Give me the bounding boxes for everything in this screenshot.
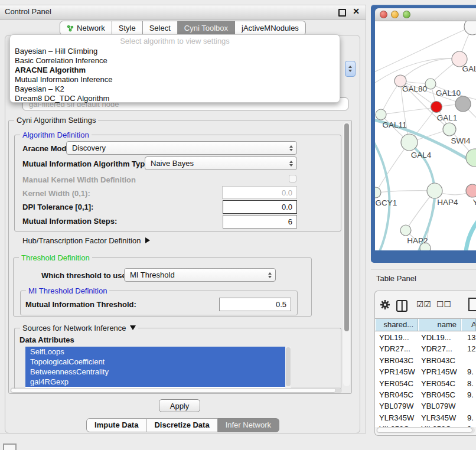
table-cell: YLR345W [375, 412, 420, 423]
algorithm-option-bayesian-k2[interactable]: Bayesian – K2 [10, 84, 340, 94]
select-all-columns-icon[interactable]: ☑☑ [416, 299, 431, 309]
dpi-tolerance-input[interactable] [223, 200, 297, 214]
combo-spinner-icon [289, 161, 293, 167]
tab-select[interactable]: Select [143, 21, 178, 35]
table-cell: YBR045C [375, 389, 420, 400]
algorithm-definition-group: Algorithm Definition Aracne Mode: Discov… [14, 135, 341, 231]
table-row[interactable]: YPR145WYPR145W9. [375, 366, 476, 377]
algorithm-option-mutual-information-inference[interactable]: Mutual Information Inference [10, 75, 340, 84]
close-window-button[interactable] [380, 11, 387, 18]
attribute-gal4rgexp[interactable]: gal4RGexp [25, 377, 285, 387]
network-node-y[interactable] [466, 184, 476, 197]
focused-combo-spinner[interactable] [345, 61, 356, 77]
tab-cyni-toolbox[interactable]: Cyni Toolbox [178, 21, 235, 35]
network-edge[interactable] [376, 191, 435, 193]
network-edge[interactable] [376, 142, 409, 193]
mi-algorithm-type-label: Mutual Information Algorithm Type: [22, 159, 152, 168]
split-columns-icon[interactable] [396, 300, 407, 312]
attributes-scrollbar[interactable] [285, 347, 291, 388]
tab-infer-network[interactable]: Infer Network [218, 418, 279, 432]
control-panel-titlebar[interactable]: Control Panel ✕ [0, 5, 366, 19]
table-cell: YER054C [420, 378, 465, 389]
scrollbar-thumb[interactable] [344, 123, 349, 331]
network-node[interactable] [455, 96, 471, 112]
float-panel-icon[interactable] [338, 9, 346, 17]
table-cell: YDL19... [375, 332, 420, 343]
node-label-hap4: HAP4 [437, 198, 458, 207]
algorithm-option-bayesian-hill-climbing[interactable]: Bayesian – Hill Climbing [10, 47, 340, 56]
deselect-all-columns-icon[interactable]: ☐☐ [436, 299, 451, 309]
data-attributes-list[interactable]: SelfLoopsTopologicalCoefficientBetweenne… [25, 347, 291, 388]
kernel-width-input[interactable] [222, 186, 297, 199]
tab-style[interactable]: Style [112, 21, 143, 35]
network-node-gcy1[interactable] [375, 187, 381, 198]
table-row[interactable]: YBL079WYBL079W [375, 400, 476, 412]
minimized-panel-icon[interactable] [3, 444, 17, 450]
hub-definition-expander[interactable]: Hub/Transcription Factor Definition [22, 236, 150, 245]
minimize-window-button[interactable] [391, 11, 399, 18]
network-window-titlebar[interactable] [375, 8, 476, 21]
table-row[interactable]: YDR27...YDR27...12 [375, 343, 476, 354]
attribute-topologicalcoefficient[interactable]: TopologicalCoefficient [25, 357, 285, 367]
scrollbar-thumb[interactable] [286, 347, 291, 386]
tab-discretize-data[interactable]: Discretize Data [146, 418, 217, 432]
table-row[interactable]: YBR045CYBR045C9. [375, 389, 476, 400]
node-label-y: Y [472, 198, 476, 207]
node-label-gal: GAL [462, 64, 476, 73]
settings-vertical-scrollbar[interactable] [343, 122, 350, 386]
network-edge[interactable] [381, 107, 436, 115]
network-view-window[interactable]: GALGAL80GAL10GAL1GAL11SWI4GAL4GCY1HAP4YH… [371, 5, 476, 263]
network-edge[interactable] [400, 58, 459, 81]
network-edge[interactable] [375, 58, 459, 85]
table-cell [465, 355, 476, 366]
table-row[interactable]: YER054CYER054C8. [375, 378, 476, 389]
mi-algorithm-type-select[interactable]: Naive Bayes [145, 156, 297, 170]
sources-group-title[interactable]: Sources for Network Inference [20, 324, 138, 332]
network-node-gal1[interactable] [443, 123, 456, 136]
table-row[interactable]: YLR345WYLR345W9. [375, 412, 476, 423]
column-header-name[interactable]: name [418, 319, 461, 331]
table-cell: 13 [465, 332, 476, 343]
network-node-hap2[interactable] [400, 225, 411, 236]
gear-icon[interactable] [380, 299, 390, 312]
aracne-mode-select[interactable]: Discovery [66, 141, 297, 155]
cyni-algorithm-settings-group: Cyni Algorithm Settings Algorithm Defini… [8, 120, 352, 394]
table-cell: YBR043C [420, 355, 465, 366]
new-table-icon[interactable] [468, 298, 476, 311]
tab-impute-data[interactable]: Impute Data [86, 418, 146, 432]
network-node-gal4[interactable] [401, 134, 418, 151]
network-node-gal10[interactable] [431, 102, 442, 113]
algorithm-option-dream8-dc-tdc-algorithm[interactable]: Dream8 DC_TDC Algorithm [10, 94, 340, 103]
algorithm-option-basic-correlation-inference[interactable]: Basic Correlation Inference [10, 56, 340, 66]
table-cell: 9. [465, 389, 476, 400]
table-horizontal-scrollbar[interactable] [376, 427, 475, 433]
combo-spinner-icon [289, 145, 293, 151]
manual-kernel-width-checkbox[interactable] [289, 175, 296, 182]
tab-network[interactable]: Network [60, 21, 112, 35]
algorithm-popup-list: Bayesian – Hill ClimbingBasic Correlatio… [10, 47, 340, 103]
network-node-gal11[interactable] [376, 109, 386, 120]
network-edge-teal[interactable] [466, 220, 476, 250]
which-threshold-select[interactable]: MI Threshold [124, 268, 276, 282]
mi-threshold-input[interactable] [219, 298, 291, 311]
mi-steps-input[interactable] [223, 215, 297, 229]
apply-button[interactable]: Apply [159, 399, 200, 412]
algorithm-option-aracne-algorithm[interactable]: ARACNE Algorithm [10, 66, 340, 75]
column-header-a[interactable]: A [461, 319, 476, 331]
tab-jactivemnodules[interactable]: jActiveMNodules [235, 21, 306, 35]
expand-right-icon [145, 237, 150, 243]
network-node[interactable] [464, 21, 476, 35]
attribute-selfloops[interactable]: SelfLoops [25, 347, 285, 357]
zoom-window-button[interactable] [403, 11, 410, 18]
table-row[interactable]: YDL19...YDL19...13 [375, 332, 476, 343]
table-row[interactable]: YBR043CYBR043C [375, 355, 476, 366]
column-header-shared[interactable]: shared... [375, 319, 418, 331]
attribute-betweennesscentrality[interactable]: BetweennessCentrality [25, 367, 285, 377]
table-body[interactable]: YDL19...YDL19...13YDR27...YDR27...12YBR0… [375, 332, 476, 427]
control-panel-title: Control Panel [5, 5, 51, 18]
network-node-swi4[interactable] [466, 149, 476, 167]
scrollbar-thumb[interactable] [377, 428, 472, 433]
network-canvas[interactable]: GALGAL80GAL10GAL1GAL11SWI4GAL4GCY1HAP4YH… [375, 21, 476, 250]
network-node-hap4[interactable] [427, 183, 442, 198]
close-panel-icon[interactable]: ✕ [353, 6, 360, 16]
